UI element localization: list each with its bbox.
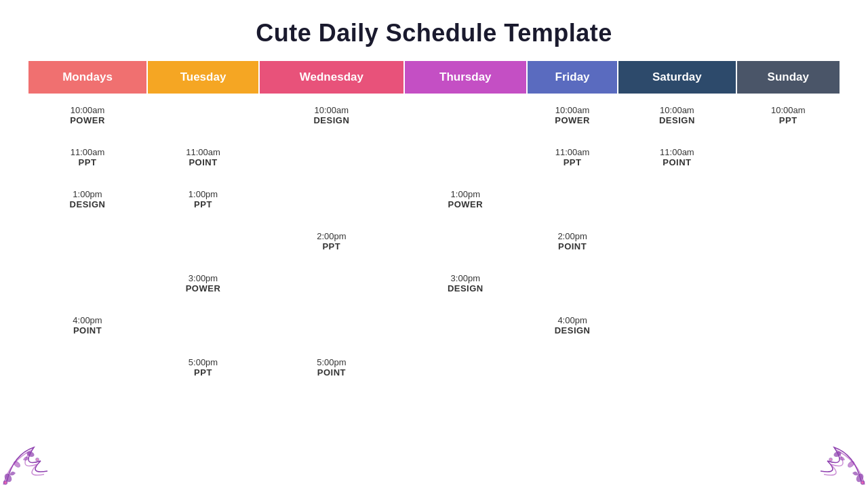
cell-saturday-row0: 10:00amDESIGN (618, 94, 736, 136)
cell-thursday-row0 (404, 94, 527, 136)
cell-monday-row6 (28, 346, 147, 388)
cell-time: 10:00am (34, 105, 141, 115)
cell-time: 11:00am (533, 147, 612, 157)
cell-sunday-row3 (736, 220, 840, 262)
cell-time: 11:00am (624, 147, 730, 157)
cell-sunday-row0: 10:00amPPT (736, 94, 840, 136)
cell-saturday-row2 (618, 178, 736, 220)
svg-point-8 (861, 481, 865, 485)
svg-point-3 (4, 481, 7, 485)
header-monday: Mondays (28, 60, 147, 94)
cell-tuesday-row0 (147, 94, 259, 136)
cell-time: 10:00am (743, 105, 834, 115)
cell-thursday-row6 (404, 346, 527, 388)
cell-time: 1:00pm (34, 189, 141, 199)
cell-wednesday-row2 (259, 178, 404, 220)
table-row: 3:00pmPOWER3:00pmDESIGN (28, 262, 840, 304)
cell-saturday-row1: 11:00amPOINT (618, 136, 736, 178)
cell-friday-row5: 4:00pmDESIGN (527, 304, 618, 346)
cell-tuesday-row1: 11:00amPOINT (147, 136, 259, 178)
cell-monday-row5: 4:00pmPOINT (28, 304, 147, 346)
header-saturday: Saturday (618, 60, 736, 94)
cell-time: 4:00pm (34, 315, 141, 325)
corner-decor-left (0, 441, 61, 488)
cell-wednesday-row4 (259, 262, 404, 304)
cell-label: POWER (410, 199, 521, 209)
cell-label: PPT (533, 157, 612, 167)
table-row: 10:00amPOWER10:00amDESIGN10:00amPOWER10:… (28, 94, 840, 136)
schedule-table: Mondays Tuesday Wednesday Thursday Frida… (27, 60, 841, 389)
cell-saturday-row3 (618, 220, 736, 262)
page-title: Cute Daily Schedule Template (0, 0, 868, 60)
cell-label: DESIGN (624, 115, 730, 125)
svg-point-9 (829, 458, 832, 461)
cell-monday-row1: 11:00amPPT (28, 136, 147, 178)
cell-thursday-row3 (404, 220, 527, 262)
cell-thursday-row1 (404, 136, 527, 178)
cell-monday-row0: 10:00amPOWER (28, 94, 147, 136)
cell-label: POWER (153, 283, 253, 293)
cell-label: PPT (153, 199, 253, 209)
cell-wednesday-row5 (259, 304, 404, 346)
cell-label: DESIGN (34, 199, 141, 209)
cell-label: PPT (153, 367, 253, 378)
corner-decor-right (807, 441, 868, 488)
table-row: 2:00pmPPT2:00pmPOINT (28, 220, 840, 262)
cell-saturday-row5 (618, 304, 736, 346)
cell-tuesday-row2: 1:00pmPPT (147, 178, 259, 220)
svg-point-1 (13, 460, 21, 468)
cell-time: 10:00am (624, 105, 730, 115)
cell-friday-row3: 2:00pmPOINT (527, 220, 618, 262)
cell-label: POINT (533, 241, 612, 251)
cell-monday-row3 (28, 220, 147, 262)
cell-time: 2:00pm (265, 231, 398, 241)
cell-thursday-row4: 3:00pmDESIGN (404, 262, 527, 304)
cell-sunday-row5 (736, 304, 840, 346)
svg-point-2 (26, 451, 34, 457)
cell-wednesday-row1 (259, 136, 404, 178)
cell-monday-row4 (28, 262, 147, 304)
header-sunday: Sunday (736, 60, 840, 94)
cell-label: PPT (265, 241, 398, 251)
svg-point-6 (847, 460, 855, 468)
cell-tuesday-row3 (147, 220, 259, 262)
cell-time: 4:00pm (533, 315, 612, 325)
header-thursday: Thursday (404, 60, 527, 94)
cell-label: POINT (265, 367, 398, 378)
cell-label: DESIGN (533, 325, 612, 336)
cell-friday-row0: 10:00amPOWER (527, 94, 618, 136)
header-wednesday: Wednesday (259, 60, 404, 94)
cell-time: 1:00pm (410, 189, 521, 199)
cell-label: DESIGN (265, 115, 398, 125)
cell-label: POWER (533, 115, 612, 125)
table-row: 11:00amPPT11:00amPOINT11:00amPPT11:00amP… (28, 136, 840, 178)
cell-label: POWER (34, 115, 141, 125)
cell-friday-row2 (527, 178, 618, 220)
cell-friday-row6 (527, 346, 618, 388)
svg-point-4 (36, 458, 39, 461)
cell-time: 3:00pm (410, 273, 521, 283)
cell-friday-row1: 11:00amPPT (527, 136, 618, 178)
cell-wednesday-row6: 5:00pmPOINT (259, 346, 404, 388)
cell-label: DESIGN (410, 283, 521, 293)
cell-time: 10:00am (265, 105, 398, 115)
header-row: Mondays Tuesday Wednesday Thursday Frida… (28, 60, 840, 94)
cell-saturday-row6 (618, 346, 736, 388)
cell-sunday-row4 (736, 262, 840, 304)
cell-time: 2:00pm (533, 231, 612, 241)
cell-label: POINT (624, 157, 730, 167)
svg-point-7 (833, 451, 841, 457)
cell-time: 10:00am (533, 105, 612, 115)
table-row: 4:00pmPOINT4:00pmDESIGN (28, 304, 840, 346)
cell-tuesday-row6: 5:00pmPPT (147, 346, 259, 388)
cell-time: 11:00am (34, 147, 141, 157)
cell-thursday-row2: 1:00pmPOWER (404, 178, 527, 220)
cell-monday-row2: 1:00pmDESIGN (28, 178, 147, 220)
cell-tuesday-row4: 3:00pmPOWER (147, 262, 259, 304)
cell-thursday-row5 (404, 304, 527, 346)
cell-wednesday-row0: 10:00amDESIGN (259, 94, 404, 136)
cell-time: 3:00pm (153, 273, 253, 283)
cell-tuesday-row5 (147, 304, 259, 346)
cell-sunday-row1 (736, 136, 840, 178)
cell-time: 5:00pm (153, 357, 253, 367)
